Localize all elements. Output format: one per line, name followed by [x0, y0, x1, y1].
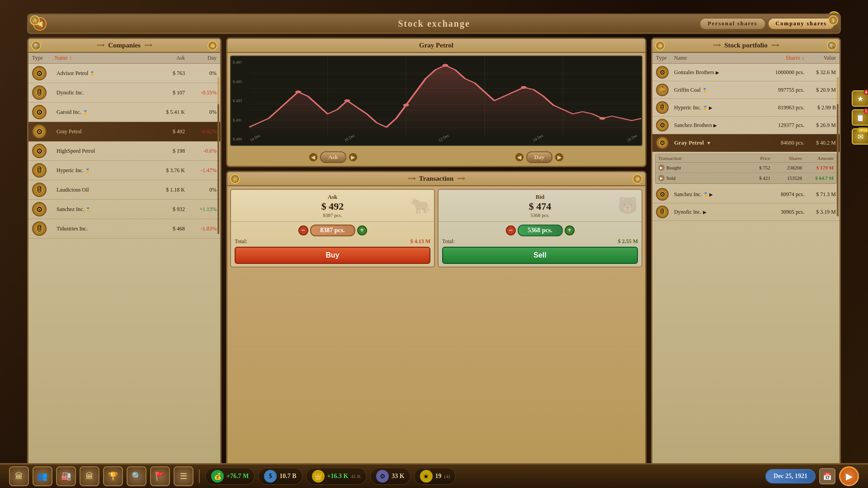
bid-increase-btn[interactable]: + — [565, 225, 575, 235]
chart-container: $ 497 $ 495 $ 493 $ 491 $ 489 — [230, 56, 642, 146]
companies-title: Companies — [108, 42, 141, 49]
nav-flag-btn[interactable]: 🚩 — [150, 466, 170, 486]
portfolio-title: Stock portfolio — [724, 42, 767, 49]
company-row[interactable]: ⚙ Gray Petrol $ 492 -0.02% — [28, 122, 220, 141]
tx-left-btn[interactable]: 🔒 — [230, 174, 240, 184]
portfolio-row[interactable]: 🛢 Hyperic Inc. 🏅 ▶ 819963 pcs. $ 2.99 B — [652, 99, 840, 117]
transaction-body: Ask $ 492 8387 pcs. 🐂 − 8387 pcs. + — [227, 186, 645, 270]
portfolio-filter-btn[interactable]: ⚙ — [655, 41, 665, 51]
scroll-indicator[interactable] — [217, 77, 219, 234]
day-control-group: ◀ Day ▶ — [514, 151, 564, 163]
port-scroll-indicator[interactable] — [837, 77, 839, 216]
crown-sub: 41 K — [351, 474, 361, 479]
portfolio-settings-btn[interactable]: 🔍 — [827, 41, 837, 51]
nav-stat-money: 💰 +76.7 M — [205, 468, 255, 485]
company-icon-4: ⚙ — [32, 144, 47, 158]
bid-quantity-row: − 5368 pcs. + — [442, 225, 638, 236]
txh-col-price: Price — [739, 155, 770, 161]
portfolio-selected-row[interactable]: ⚙ Gray Petrol ▼ 84680 pcs. $ 40.2 M — [652, 134, 840, 152]
port-name-2: Hyperic Inc. 🏅 ▶ — [674, 104, 764, 111]
ask-total-value: $ 4.13 M — [410, 238, 430, 245]
ask-quantity-display[interactable]: 8387 pcs. — [310, 225, 355, 236]
company-row[interactable]: ⚙ Garoid Inc. 🏅 $ 5.41 K 0% — [28, 103, 220, 122]
mail-notification-btn[interactable]: ✉ 1016 — [852, 128, 868, 145]
money-value: +76.7 M — [226, 473, 249, 480]
port-bot-value-1: $ 3.19 M — [804, 209, 836, 216]
port-icon-3: ⚙ — [656, 119, 669, 131]
port-shares-1: 997755 pcs. — [764, 87, 804, 94]
portfolio-row[interactable]: ⚙ Sanchez Brothers ▶ 129377 pcs. $ 26.9 … — [652, 117, 840, 134]
day-next-btn[interactable]: ▶ — [554, 152, 564, 162]
port-value-1: $ 20.9 M — [804, 87, 836, 94]
y-label-2: $ 495 — [233, 80, 242, 84]
bid-decrease-btn[interactable]: − — [506, 225, 516, 235]
ask-bottom: − 8387 pcs. + Total: $ 4.13 M Buy — [231, 221, 434, 267]
ask-quantity-row: − 8387 pcs. + — [235, 225, 430, 236]
y-label-5: $ 489 — [233, 137, 242, 141]
sell-button[interactable]: Sell — [442, 247, 638, 264]
port-col-shares[interactable]: Shares ↓ — [764, 55, 804, 61]
companies-filter-btn[interactable]: 🔍 — [31, 41, 41, 51]
ask-decrease-btn[interactable]: − — [298, 225, 308, 235]
dropdown-arrow[interactable]: ▼ — [707, 141, 711, 145]
port-shares-0: 1000000 pcs. — [764, 69, 804, 76]
nav-parliament-btn[interactable]: 🏛 — [80, 466, 99, 486]
day-prev-btn[interactable]: ◀ — [514, 152, 524, 162]
companies-settings-btn[interactable]: ⚙ — [208, 41, 217, 51]
company-row[interactable]: ⚙ Advisor Petrol 🏅 $ 763 0% — [28, 64, 220, 83]
nav-people-btn[interactable]: 👥 — [33, 466, 52, 486]
col-type: Type — [32, 55, 55, 61]
chart-title: Gray Petrol — [419, 42, 453, 49]
portfolio-bottom-row[interactable]: 🛢 Dynofic Inc. ▶ 30905 pcs. $ 3.19 M — [652, 203, 840, 221]
nav-menu-btn[interactable]: ☰ — [174, 466, 193, 486]
port-col-value: Value — [804, 55, 836, 61]
doc-notification-btn[interactable]: 📋 5 — [852, 109, 868, 126]
money-icon: 💰 — [211, 470, 224, 483]
nav-industry-btn[interactable]: 🏭 — [56, 466, 76, 486]
crown-icon: 👑 — [312, 470, 325, 483]
tx-right-btn[interactable]: ⚙ — [632, 174, 642, 184]
nav-search-btn[interactable]: 🔍 — [127, 466, 146, 486]
port-col-type: Type — [656, 55, 674, 61]
chart-info-btn[interactable]: ℹ — [828, 15, 838, 25]
company-day-2: 0% — [185, 109, 217, 116]
col-name[interactable]: Name ↑ — [55, 55, 149, 61]
portfolio-row[interactable]: 🏃 Griffin Coal 🏅 997755 pcs. $ 20.9 M — [652, 81, 840, 99]
company-shares-tab[interactable]: Company shares — [768, 18, 835, 30]
port-bot-name-0: Sanchez Inc. 🏅 ▶ — [674, 191, 764, 198]
portfolio-bottom-row[interactable]: ⚙ Sanchez Inc. 🏅 ▶ 80974 pcs. $ 71.3 M — [652, 186, 840, 203]
calendar-btn[interactable]: 📅 — [819, 468, 835, 484]
ask-control-label[interactable]: Ask — [320, 151, 346, 163]
ask-increase-btn[interactable]: + — [357, 225, 367, 235]
tx-history-sold[interactable]: ▶ Sold $ 421 153528 $ 64.7 M — [656, 173, 836, 183]
ask-next-btn[interactable]: ▶ — [348, 152, 358, 162]
company-row[interactable]: ⚙ HighSpeed Petrol $ 198 -0.6% — [28, 141, 220, 161]
company-ask-6: $ 1.18 K — [149, 187, 185, 193]
company-day-3: -0.02% — [185, 128, 217, 135]
company-row[interactable]: 🛢 Laudicious Oil $ 1.18 K 0% — [28, 180, 220, 200]
nav-trophy-btn[interactable]: 🏆 — [103, 466, 123, 486]
bid-price: $ 474 — [529, 201, 552, 212]
company-row[interactable]: 🛢 Tidustries Inc. $ 468 -1.83% — [28, 219, 220, 239]
buy-button[interactable]: Buy — [235, 247, 430, 264]
day-control-label[interactable]: Day — [526, 151, 552, 163]
star-notification-btn[interactable]: ★ 4 — [852, 90, 868, 107]
company-ask-3: $ 492 — [149, 128, 185, 135]
tx-history-bought[interactable]: ▶ Bought $ 752 238208 $ 179 M — [656, 163, 836, 173]
bid-quantity-display[interactable]: 5368 pcs. — [518, 225, 563, 236]
personal-shares-tab[interactable]: Personal shares — [699, 18, 765, 30]
cash-value: 10.7 B — [279, 473, 296, 480]
company-row[interactable]: 🛢 Hyperic Inc. 🏅 $ 3.76 K -1.47% — [28, 161, 220, 180]
nav-sep-1 — [199, 469, 200, 483]
bid-top: Bid $ 474 5368 pcs. 🐻 — [439, 190, 642, 221]
company-row[interactable]: 🛢 Dynofic Inc. $ 107 -0.55% — [28, 83, 220, 103]
company-row[interactable]: ⚙ Sanchez Inc. 🏅 $ 932 +1.13% — [28, 200, 220, 219]
nav-city-btn[interactable]: 🏛 — [9, 466, 29, 486]
company-icon-0: ⚙ — [32, 66, 47, 80]
company-name-6: Laudicious Oil — [55, 187, 149, 193]
play-button[interactable]: ▶ — [839, 466, 859, 486]
portfolio-row[interactable]: ⚙ Gonzales Brothers ▶ 1000000 pcs. $ 32.… — [652, 64, 840, 81]
ask-prev-btn[interactable]: ◀ — [308, 152, 318, 162]
chart-left-btn[interactable]: 🔒 — [30, 15, 40, 25]
middle-panel: 🔒 Gray Petrol ℹ $ 497 $ 495 $ 493 $ 491 … — [226, 38, 646, 467]
